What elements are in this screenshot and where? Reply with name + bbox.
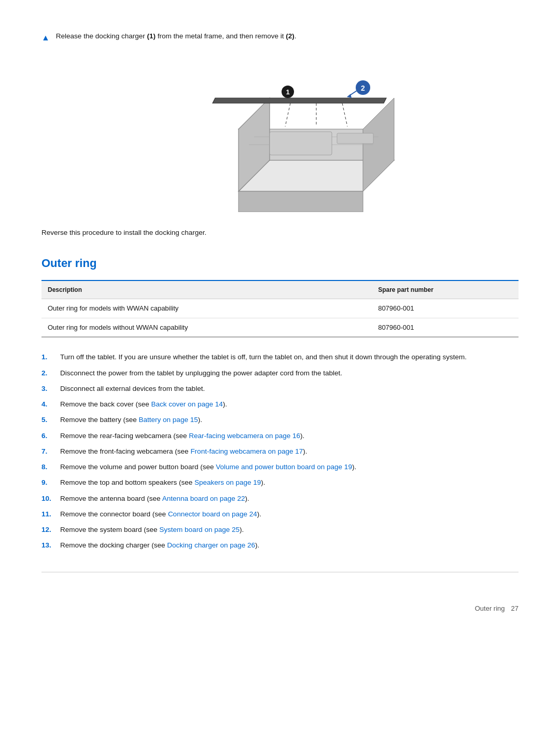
list-item: 1.Turn off the tablet. If you are unsure… [41,352,519,362]
step-link[interactable]: Docking charger on page 26 [167,541,255,549]
list-item: 5.Remove the battery (see Battery on pag… [41,415,519,425]
list-item: 6.Remove the rear-facing webcamera (see … [41,431,519,441]
step-number: 7. [41,446,60,457]
svg-line-4 [285,103,290,126]
svg-text:1: 1 [286,88,289,96]
svg-line-6 [342,103,347,126]
list-item: 10.Remove the antenna board (see Antenna… [41,494,519,504]
step-text: Remove the front-facing webcamera (see F… [60,446,307,457]
warning-block: ▲ Release the docking charger (1) from t… [41,31,519,44]
parts-table: Description Spare part number Outer ring… [41,281,519,338]
step-number: 6. [41,431,60,441]
step-link[interactable]: Connector board on page 24 [168,510,257,518]
list-item: 12.Remove the system board (see System b… [41,525,519,535]
step-link[interactable]: System board on page 25 [159,526,240,533]
step-text: Disconnect all external devices from the… [60,384,205,394]
diagram-container: 1 2 [41,57,519,212]
svg-text:2: 2 [361,84,365,92]
table-cell-part-number: 807960-001 [372,318,519,337]
table-col1-header: Description [41,281,372,299]
step-link[interactable]: Antenna board on page 22 [162,495,245,502]
steps-list: 1.Turn off the tablet. If you are unsure… [41,352,519,551]
table-col2-header: Spare part number [372,281,519,299]
list-item: 4.Remove the back cover (see Back cover … [41,399,519,410]
step-text: Remove the battery (see Battery on page … [60,415,202,425]
step-text: Remove the rear-facing webcamera (see Re… [60,431,304,441]
reverse-procedure-text: Reverse this procedure to install the do… [41,228,519,238]
warning-text: Release the docking charger (1) from the… [56,31,297,41]
step-number: 12. [41,525,60,535]
svg-rect-2 [270,132,332,155]
step-text: Remove the system board (see System boar… [60,525,244,535]
list-item: 2.Disconnect the power from the tablet b… [41,368,519,378]
step-link[interactable]: Volume and power button board on page 19 [216,463,352,471]
step-text: Remove the docking charger (see Docking … [60,540,259,551]
svg-rect-3 [337,133,373,144]
list-item: 3.Disconnect all external devices from t… [41,384,519,394]
step-link[interactable]: Battery on page 15 [139,416,198,424]
step-link[interactable]: Rear-facing webcamera on page 16 [189,432,300,440]
step-text: Turn off the tablet. If you are unsure w… [60,352,467,362]
list-item: 13.Remove the docking charger (see Docki… [41,540,519,551]
table-cell-description: Outer ring for models with WWAN capabili… [41,299,372,318]
list-item: 8.Remove the volume and power button boa… [41,462,519,472]
table-row: Outer ring for models without WWAN capab… [41,318,519,337]
table-cell-description: Outer ring for models without WWAN capab… [41,318,372,337]
step-number: 4. [41,399,60,410]
table-row: Outer ring for models with WWAN capabili… [41,299,519,318]
step-number: 5. [41,415,60,425]
list-item: 7.Remove the front-facing webcamera (see… [41,446,519,457]
step-number: 10. [41,494,60,504]
table-cell-part-number: 807960-001 [372,299,519,318]
step-text: Remove the connector board (see Connecto… [60,509,261,519]
step-number: 1. [41,352,60,362]
footer-divider [41,572,519,572]
list-item: 9.Remove the top and bottom speakers (se… [41,477,519,488]
step-number: 3. [41,384,60,394]
step-number: 13. [41,540,60,551]
section-heading: Outer ring [41,255,519,272]
warning-triangle-icon: ▲ [41,32,50,44]
step-text: Remove the back cover (see Back cover on… [60,399,227,410]
tablet-diagram: 1 2 [156,57,404,212]
footer-section-label: Outer ring [475,603,505,614]
step-text: Remove the antenna board (see Antenna bo… [60,494,249,504]
step-text: Remove the top and bottom speakers (see … [60,477,265,488]
step-number: 8. [41,462,60,472]
step-number: 2. [41,368,60,378]
list-item: 11.Remove the connector board (see Conne… [41,509,519,519]
step-text: Remove the volume and power button board… [60,462,356,472]
step-link[interactable]: Back cover on page 14 [151,400,223,408]
step-link[interactable]: Speakers on page 19 [194,479,261,486]
page-footer: Outer ring 27 [41,603,519,614]
footer-page-number: 27 [511,603,519,614]
step-link[interactable]: Front-facing webcamera on page 17 [190,447,303,455]
step-text: Disconnect the power from the tablet by … [60,368,342,378]
step-number: 11. [41,509,60,519]
step-number: 9. [41,477,60,488]
